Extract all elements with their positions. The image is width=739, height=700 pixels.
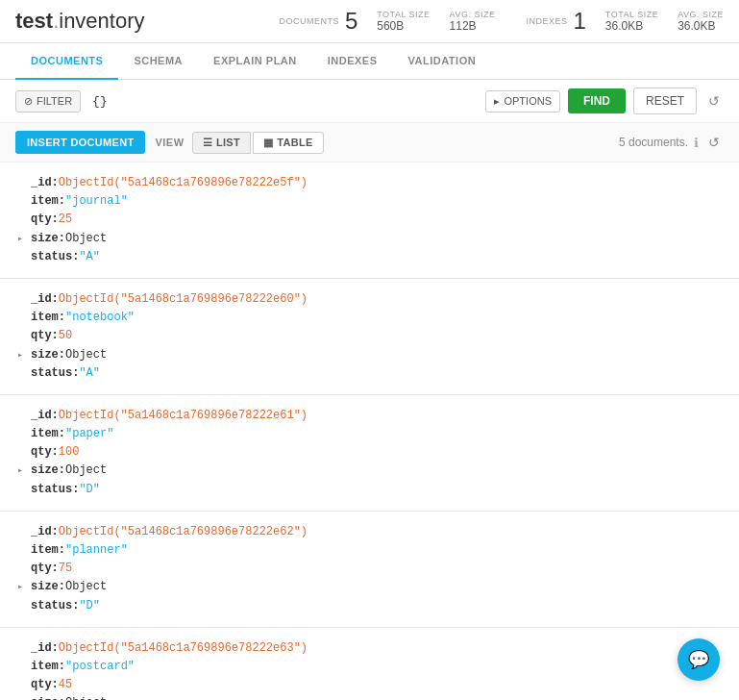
field-qty: qty: 45 [31, 676, 724, 694]
table-label: TABLE [277, 137, 312, 148]
field-qty: qty: 75 [31, 560, 724, 578]
documents-list: _id: ObjectId("5a1468c1a769896e78222e5f"… [0, 162, 739, 700]
total-size-col: TOTAL SIZE 560B [377, 10, 430, 33]
total-size-val: 560B [377, 19, 430, 33]
doc-count: 5 documents. ℹ ↺ [619, 131, 724, 154]
header: test.inventory DOCUMENTS 5 TOTAL SIZE 56… [0, 0, 739, 43]
view-list-button[interactable]: ☰ LIST [192, 132, 251, 154]
field-size: ▸ size: Object [31, 346, 724, 364]
doc-count-text: 5 documents. [619, 136, 688, 149]
table-icon: ▦ [263, 137, 273, 149]
view-label: VIEW [155, 137, 184, 148]
insert-document-button[interactable]: INSERT DOCUMENT [15, 131, 145, 154]
list-icon: ☰ [203, 137, 212, 149]
query-input[interactable] [88, 90, 478, 112]
field-id: _id: ObjectId("5a1468c1a769896e78222e62"… [31, 523, 724, 541]
expand-size-icon[interactable]: ▸ [17, 348, 27, 363]
total-size-label: TOTAL SIZE [377, 10, 430, 19]
avg-size-label: AVG. SIZE [450, 10, 496, 19]
logo-part1: test [15, 9, 53, 33]
view-table-button[interactable]: ▦ TABLE [253, 132, 324, 154]
refresh-button[interactable]: ↺ [704, 89, 724, 112]
expand-size-icon[interactable]: ▸ [17, 696, 27, 700]
options-arrow-icon: ▸ [494, 95, 500, 108]
view-options: ☰ LIST ▦ TABLE [192, 132, 324, 154]
field-qty: qty: 50 [31, 327, 724, 345]
field-item: item: "postcard" [31, 658, 724, 676]
field-status: status: "D" [31, 481, 724, 499]
header-stats: DOCUMENTS 5 TOTAL SIZE 560B AVG. SIZE 11… [279, 8, 724, 35]
avg-size-val: 112B [450, 19, 496, 33]
indexes-label: INDEXES [526, 16, 567, 26]
field-item: item: "journal" [31, 192, 724, 211]
field-qty: qty: 100 [31, 443, 724, 462]
indexes-sizes: TOTAL SIZE 36.0KB AVG. SIZE 36.0KB [605, 10, 724, 33]
info-icon: ℹ [694, 136, 699, 150]
tab-schema[interactable]: SCHEMA [118, 43, 198, 80]
documents-count: 5 [345, 8, 357, 35]
field-status: status: "D" [31, 597, 724, 615]
field-item: item: "notebook" [31, 309, 724, 327]
indexes-avg-size-val: 36.0KB [677, 19, 724, 33]
indexes-avg-size-col: AVG. SIZE 36.0KB [677, 10, 724, 33]
indexes-count: 1 [573, 8, 585, 35]
field-item: item: "paper" [31, 425, 724, 443]
field-size: ▸ size: Object [31, 230, 724, 248]
documents-label: DOCUMENTS [279, 16, 339, 26]
tab-explain-plan[interactable]: EXPLAIN PLAN [198, 43, 312, 80]
documents-stat: DOCUMENTS 5 [279, 8, 357, 35]
app-logo: test.inventory [15, 9, 145, 34]
options-button[interactable]: ▸ OPTIONS [485, 90, 560, 112]
field-id: _id: ObjectId("5a1468c1a769896e78222e63"… [31, 639, 724, 658]
filter-label: FILTER [37, 95, 72, 107]
expand-size-icon[interactable]: ▸ [17, 232, 27, 247]
expand-size-icon[interactable]: ▸ [17, 463, 27, 479]
indexes-total-size-col: TOTAL SIZE 36.0KB [605, 10, 658, 33]
chat-bubble-button[interactable]: 💬 [677, 638, 720, 681]
indexes-total-size-val: 36.0KB [605, 19, 658, 33]
tab-documents[interactable]: DOCUMENTS [15, 43, 118, 80]
chat-icon: 💬 [688, 649, 709, 670]
field-status: status: "A" [31, 248, 724, 266]
filter-icon: ⊘ [24, 95, 33, 108]
table-row: _id: ObjectId("5a1468c1a769896e78222e61"… [0, 395, 739, 512]
tab-indexes[interactable]: INDEXES [312, 43, 393, 80]
field-id: _id: ObjectId("5a1468c1a769896e78222e61"… [31, 407, 724, 425]
field-size: ▸ size: Object [31, 462, 724, 480]
field-qty: qty: 25 [31, 211, 724, 229]
field-id: _id: ObjectId("5a1468c1a769896e78222e60"… [31, 290, 724, 309]
nav-tabs: DOCUMENTS SCHEMA EXPLAIN PLAN INDEXES VA… [0, 43, 739, 80]
options-label: OPTIONS [504, 95, 552, 107]
find-button[interactable]: FIND [568, 88, 626, 113]
reset-button[interactable]: RESET [633, 88, 697, 114]
view-toolbar: INSERT DOCUMENT VIEW ☰ LIST ▦ TABLE 5 do… [0, 123, 739, 162]
indexes-total-size-label: TOTAL SIZE [605, 10, 658, 19]
query-toolbar: ⊘ FILTER ▸ OPTIONS FIND RESET ↺ [0, 80, 739, 123]
tab-validation[interactable]: VALIDATION [393, 43, 492, 80]
field-status: status: "A" [31, 364, 724, 383]
field-size: ▸ size: Object [31, 578, 724, 596]
table-row: _id: ObjectId("5a1468c1a769896e78222e60"… [0, 279, 739, 395]
documents-sizes: TOTAL SIZE 560B AVG. SIZE 112B [377, 10, 495, 33]
table-row: _id: ObjectId("5a1468c1a769896e78222e62"… [0, 512, 739, 628]
list-label: LIST [216, 137, 240, 148]
filter-button[interactable]: ⊘ FILTER [15, 90, 81, 112]
logo-part2: inventory [59, 9, 144, 33]
table-row: _id: ObjectId("5a1468c1a769896e78222e5f"… [0, 162, 739, 279]
doc-list-refresh-button[interactable]: ↺ [704, 131, 724, 154]
field-size: ▸ size: Object [31, 694, 724, 700]
field-id: _id: ObjectId("5a1468c1a769896e78222e5f"… [31, 174, 724, 192]
avg-size-col: AVG. SIZE 112B [450, 10, 496, 33]
table-row: _id: ObjectId("5a1468c1a769896e78222e63"… [0, 628, 739, 700]
field-item: item: "planner" [31, 541, 724, 560]
indexes-avg-size-label: AVG. SIZE [677, 10, 724, 19]
indexes-stat: INDEXES 1 [526, 8, 585, 35]
expand-size-icon[interactable]: ▸ [17, 580, 27, 595]
